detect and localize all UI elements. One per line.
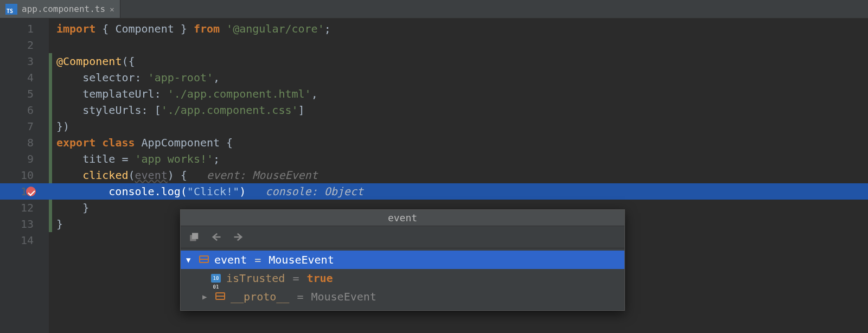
line-number[interactable]: 3	[0, 53, 49, 69]
code-line[interactable]: templateUrl: './app.component.html',	[49, 86, 868, 102]
line-number[interactable]: 9	[0, 151, 49, 167]
line-number[interactable]: 13	[0, 216, 49, 232]
var-value: true	[307, 272, 333, 285]
line-number[interactable]: 6	[0, 102, 49, 118]
var-name: event	[214, 253, 247, 266]
object-icon	[215, 292, 226, 301]
code-line[interactable]: selector: 'app-root',	[49, 69, 868, 86]
new-watch-icon[interactable]	[188, 230, 201, 244]
primitive-icon: 1001	[211, 274, 222, 283]
tab-bar: TS app.component.ts ✕	[0, 0, 868, 18]
line-number[interactable]: 12	[0, 200, 49, 216]
expand-icon[interactable]: ▼	[186, 255, 195, 264]
code-line[interactable]: clicked(event) { event: MouseEvent	[49, 167, 868, 183]
gutter: 1 2 3 4 5 6 7 8 9 10 11 12 13 14	[0, 18, 49, 333]
popup-title: event	[181, 210, 624, 226]
tree-row[interactable]: 1001 isTrusted=true	[181, 269, 624, 287]
inline-hint: console: Object	[265, 185, 363, 198]
code-line[interactable]	[49, 37, 868, 53]
code-line[interactable]: title = 'app works!';	[49, 151, 868, 167]
variables-tree: ▼ event=MouseEvent 1001 isTrusted=true ▶…	[181, 248, 624, 310]
var-value: MouseEvent	[269, 253, 334, 266]
code-line[interactable]: styleUrls: ['./app.component.css']	[49, 102, 868, 118]
close-icon[interactable]: ✕	[110, 5, 114, 14]
code-line[interactable]: })	[49, 118, 868, 135]
line-number[interactable]: 5	[0, 86, 49, 102]
var-value: MouseEvent	[311, 290, 376, 303]
popup-toolbar	[181, 226, 624, 248]
line-number[interactable]: 4	[0, 69, 49, 86]
inline-hint: event: MouseEvent	[207, 169, 318, 182]
code-line-current[interactable]: console.log("Click!") console: Object	[49, 183, 868, 200]
line-number[interactable]: 7	[0, 118, 49, 135]
line-number[interactable]: 8	[0, 135, 49, 151]
line-number[interactable]: 14	[0, 232, 49, 248]
breakpoint-icon[interactable]	[26, 187, 36, 196]
forward-icon[interactable]	[232, 230, 245, 244]
tree-row[interactable]: ▼ event=MouseEvent	[181, 251, 624, 269]
file-tab[interactable]: TS app.component.ts ✕	[0, 0, 120, 18]
code-line[interactable]: import { Component } from '@angular/core…	[49, 21, 868, 37]
line-number[interactable]: 1	[0, 21, 49, 37]
svg-rect-1	[192, 233, 198, 239]
object-icon	[199, 255, 210, 264]
expand-icon[interactable]: ▶	[202, 292, 211, 301]
var-name: isTrusted	[226, 272, 285, 285]
line-number[interactable]: 10	[0, 167, 49, 183]
code-line[interactable]: @Component({	[49, 53, 868, 69]
var-name: __proto__	[231, 290, 289, 303]
line-number[interactable]: 11	[0, 183, 49, 200]
code-line[interactable]: export class AppComponent {	[49, 135, 868, 151]
back-icon[interactable]	[210, 230, 223, 244]
tab-filename: app.component.ts	[22, 4, 105, 14]
tree-row[interactable]: ▶ __proto__=MouseEvent	[181, 287, 624, 306]
typescript-file-icon: TS	[5, 4, 17, 15]
line-number[interactable]: 2	[0, 37, 49, 53]
debug-popup: event ▼ event=MouseEvent 1001 isTrusted=…	[180, 209, 625, 311]
